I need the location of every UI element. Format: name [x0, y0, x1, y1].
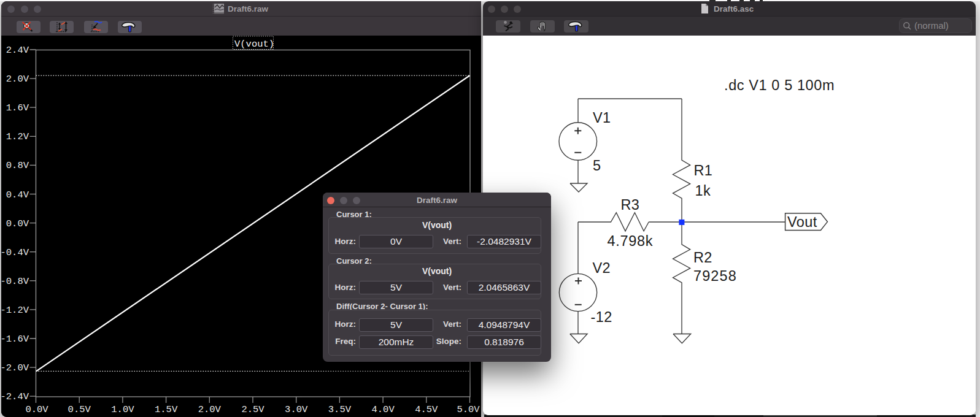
svg-text:1.2V: 1.2V [6, 131, 29, 142]
svg-text:Vout: Vout [787, 214, 817, 230]
svg-text:-12: -12 [591, 309, 612, 325]
svg-text:0.5V: 0.5V [68, 404, 91, 415]
svg-text:2.0V: 2.0V [198, 404, 222, 415]
svg-text:-0.4V: -0.4V [1, 247, 29, 258]
svg-text:-1.2V: -1.2V [1, 305, 29, 316]
svg-text:V2: V2 [593, 260, 611, 276]
svg-text:0.4V: 0.4V [6, 189, 29, 201]
svg-text:3.0V: 3.0V [285, 404, 308, 415]
svg-text:4.798k: 4.798k [608, 233, 654, 249]
svg-text:0.8V: 0.8V [6, 160, 29, 171]
svg-text:R2: R2 [693, 250, 712, 266]
svg-text:.dc V1 0 5 100m: .dc V1 0 5 100m [724, 77, 835, 93]
svg-text:4.5V: 4.5V [415, 404, 438, 415]
svg-text:4.0V: 4.0V [371, 404, 395, 415]
svg-text:1k: 1k [695, 183, 711, 199]
svg-text:V(vout): V(vout) [234, 39, 274, 50]
svg-text:79258: 79258 [693, 268, 737, 284]
svg-text:0.0V: 0.0V [25, 404, 48, 415]
svg-text:5: 5 [593, 158, 601, 174]
svg-text:2.0V: 2.0V [6, 74, 29, 85]
svg-text:1.5V: 1.5V [155, 404, 178, 415]
svg-text:3.5V: 3.5V [328, 404, 352, 415]
svg-text:-1.6V: -1.6V [1, 334, 29, 345]
svg-text:-2.0V: -2.0V [1, 362, 29, 373]
svg-text:-2.4V: -2.4V [1, 391, 29, 402]
svg-text:V1: V1 [593, 110, 611, 126]
svg-text:2.4V: 2.4V [6, 45, 29, 56]
svg-text:1.6V: 1.6V [6, 102, 29, 113]
svg-text:0.0V: 0.0V [6, 218, 29, 229]
svg-text:5.0V: 5.0V [457, 404, 480, 415]
svg-text:R3: R3 [621, 197, 640, 213]
svg-text:2.5V: 2.5V [241, 404, 264, 415]
svg-text:-0.8V: -0.8V [1, 276, 29, 287]
svg-text:R1: R1 [694, 163, 713, 178]
svg-text:1.0V: 1.0V [111, 404, 134, 415]
